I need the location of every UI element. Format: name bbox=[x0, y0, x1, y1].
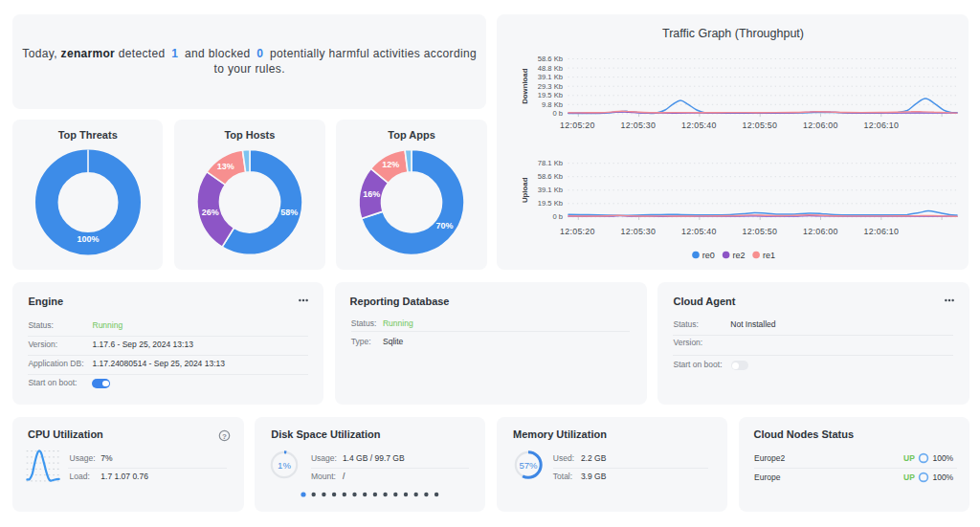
svg-text:39.1 Kb: 39.1 Kb bbox=[538, 186, 563, 194]
svg-text:39.1 Kb: 39.1 Kb bbox=[538, 73, 563, 81]
svg-text:0 b: 0 b bbox=[552, 109, 563, 118]
svg-text:re0: re0 bbox=[702, 251, 715, 260]
svg-text:57%: 57% bbox=[520, 460, 539, 471]
svg-text:12:06:10: 12:06:10 bbox=[864, 121, 900, 130]
svg-text:12:05:40: 12:05:40 bbox=[681, 227, 717, 236]
svg-text:12:05:20: 12:05:20 bbox=[560, 227, 595, 236]
svg-text:70%: 70% bbox=[436, 222, 454, 231]
svg-text:1%: 1% bbox=[278, 460, 291, 471]
svg-text:26%: 26% bbox=[202, 208, 219, 217]
svg-text:12:05:50: 12:05:50 bbox=[743, 121, 778, 130]
svg-text:29.3 Kb: 29.3 Kb bbox=[538, 82, 563, 91]
svg-text:Download: Download bbox=[521, 68, 529, 103]
svg-text:58.6 Kb: 58.6 Kb bbox=[538, 172, 563, 181]
svg-text:?: ? bbox=[222, 431, 227, 440]
svg-text:12:05:40: 12:05:40 bbox=[681, 121, 717, 130]
svg-text:19.5 Kb: 19.5 Kb bbox=[538, 91, 563, 99]
svg-text:re1: re1 bbox=[763, 251, 775, 260]
svg-text:12:06:00: 12:06:00 bbox=[803, 227, 838, 236]
svg-text:100%: 100% bbox=[77, 234, 99, 244]
svg-text:12%: 12% bbox=[383, 160, 400, 169]
svg-text:0 b: 0 b bbox=[552, 212, 563, 221]
svg-text:12:05:50: 12:05:50 bbox=[743, 227, 778, 236]
svg-text:13%: 13% bbox=[217, 162, 234, 171]
svg-text:Traffic Graph (Throughput): Traffic Graph (Throughput) bbox=[662, 27, 804, 40]
svg-text:9.8 Kb: 9.8 Kb bbox=[542, 100, 563, 109]
svg-text:Upload: Upload bbox=[521, 177, 529, 203]
svg-text:16%: 16% bbox=[364, 190, 381, 200]
svg-text:58%: 58% bbox=[280, 208, 298, 217]
svg-text:12:06:10: 12:06:10 bbox=[864, 227, 900, 236]
svg-text:12:05:20: 12:05:20 bbox=[560, 121, 595, 130]
svg-text:48.8 Kb: 48.8 Kb bbox=[538, 64, 563, 73]
svg-text:12:05:30: 12:05:30 bbox=[621, 227, 657, 236]
svg-text:19.5 Kb: 19.5 Kb bbox=[538, 199, 563, 208]
svg-text:re2: re2 bbox=[732, 251, 745, 260]
svg-text:12:05:30: 12:05:30 bbox=[621, 121, 657, 130]
svg-text:12:06:00: 12:06:00 bbox=[803, 121, 838, 130]
svg-text:78.1 Kb: 78.1 Kb bbox=[538, 159, 563, 167]
svg-text:58.6 Kb: 58.6 Kb bbox=[538, 55, 563, 63]
